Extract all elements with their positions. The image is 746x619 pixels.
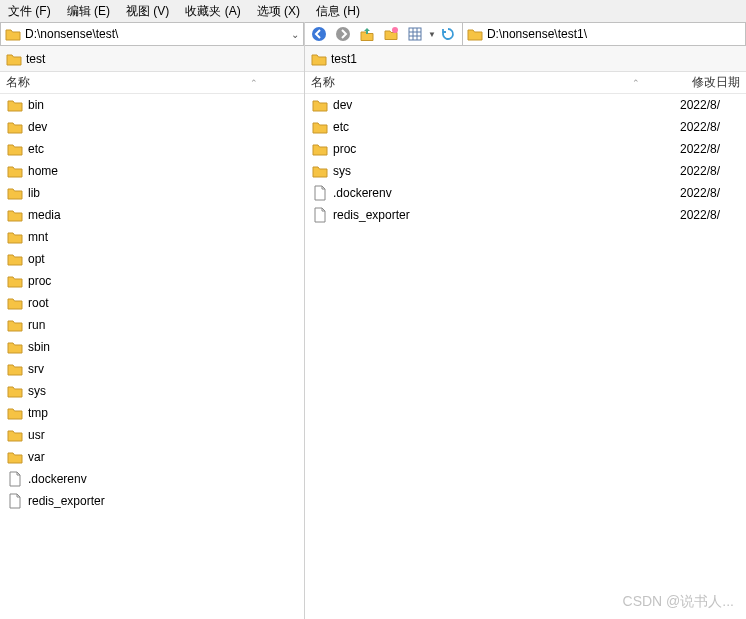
list-item[interactable]: lib xyxy=(0,182,304,204)
dropdown-icon[interactable]: ⌄ xyxy=(291,29,299,40)
list-item[interactable]: sys xyxy=(0,380,304,402)
right-pane: ▼ D:\nonsense\test1\ test1 名称⌃ 修改日期 dev2… xyxy=(305,22,746,619)
item-date: 2022/8/ xyxy=(680,208,740,222)
folder-icon xyxy=(6,384,24,398)
left-breadcrumb[interactable]: test xyxy=(0,46,304,72)
left-file-list[interactable]: bindevetchomelibmediamntoptprocrootrunsb… xyxy=(0,94,304,619)
folder-icon xyxy=(6,186,24,200)
list-item[interactable]: mnt xyxy=(0,226,304,248)
item-date: 2022/8/ xyxy=(680,98,740,112)
menu-options[interactable]: 选项 (X) xyxy=(257,3,300,20)
item-name: etc xyxy=(333,120,680,134)
svg-point-0 xyxy=(312,27,326,41)
list-item[interactable]: opt xyxy=(0,248,304,270)
folder-icon xyxy=(467,27,483,41)
menu-favorites[interactable]: 收藏夹 (A) xyxy=(185,3,240,20)
list-item[interactable]: var xyxy=(0,446,304,468)
right-path-input[interactable]: D:\nonsense\test1\ xyxy=(463,22,746,46)
item-name: usr xyxy=(28,428,298,442)
up-button[interactable] xyxy=(356,24,378,44)
menubar: 文件 (F) 编辑 (E) 视图 (V) 收藏夹 (A) 选项 (X) 信息 (… xyxy=(0,0,746,22)
item-name: root xyxy=(28,296,298,310)
file-icon xyxy=(6,493,24,509)
list-item[interactable]: bin xyxy=(0,94,304,116)
list-item[interactable]: sbin xyxy=(0,336,304,358)
item-name: sbin xyxy=(28,340,298,354)
refresh-button[interactable] xyxy=(437,24,459,44)
view-mode-dropdown-icon[interactable]: ▼ xyxy=(428,30,436,39)
view-mode-button[interactable] xyxy=(404,24,426,44)
item-name: dev xyxy=(333,98,680,112)
item-date: 2022/8/ xyxy=(680,164,740,178)
col-name-label: 名称 xyxy=(6,74,30,91)
menu-file[interactable]: 文件 (F) xyxy=(8,3,51,20)
menu-view[interactable]: 视图 (V) xyxy=(126,3,169,20)
folder-icon xyxy=(6,142,24,156)
folder-icon xyxy=(6,98,24,112)
svg-point-2 xyxy=(392,27,398,33)
menu-info[interactable]: 信息 (H) xyxy=(316,3,360,20)
sort-caret-icon: ⌃ xyxy=(632,78,640,88)
list-item[interactable]: tmp xyxy=(0,402,304,424)
forward-button[interactable] xyxy=(332,24,354,44)
item-name: media xyxy=(28,208,298,222)
folder-icon xyxy=(6,340,24,354)
sort-caret-icon: ⌃ xyxy=(250,78,258,88)
right-crumb-label: test1 xyxy=(331,52,357,66)
item-date: 2022/8/ xyxy=(680,142,740,156)
right-column-header[interactable]: 名称⌃ 修改日期 xyxy=(305,72,746,94)
list-item[interactable]: home xyxy=(0,160,304,182)
col-name-label: 名称 xyxy=(311,74,335,91)
list-item[interactable]: proc2022/8/ xyxy=(305,138,746,160)
item-name: sys xyxy=(333,164,680,178)
left-column-header[interactable]: 名称⌃ xyxy=(0,72,304,94)
list-item[interactable]: dev xyxy=(0,116,304,138)
item-name: mnt xyxy=(28,230,298,244)
item-name: dev xyxy=(28,120,298,134)
file-icon xyxy=(311,185,329,201)
folder-icon xyxy=(6,428,24,442)
col-date-label: 修改日期 xyxy=(692,74,740,91)
item-date: 2022/8/ xyxy=(680,120,740,134)
back-button[interactable] xyxy=(308,24,330,44)
right-file-list[interactable]: dev2022/8/etc2022/8/proc2022/8/sys2022/8… xyxy=(305,94,746,619)
new-folder-button[interactable] xyxy=(380,24,402,44)
item-name: lib xyxy=(28,186,298,200)
list-item[interactable]: .dockerenv2022/8/ xyxy=(305,182,746,204)
menu-edit[interactable]: 编辑 (E) xyxy=(67,3,110,20)
list-item[interactable]: redis_exporter2022/8/ xyxy=(305,204,746,226)
right-breadcrumb[interactable]: test1 xyxy=(305,46,746,72)
list-item[interactable]: etc2022/8/ xyxy=(305,116,746,138)
item-name: opt xyxy=(28,252,298,266)
list-item[interactable]: root xyxy=(0,292,304,314)
folder-icon xyxy=(6,52,22,66)
folder-icon xyxy=(6,230,24,244)
item-name: .dockerenv xyxy=(333,186,680,200)
right-path-text: D:\nonsense\test1\ xyxy=(487,27,587,41)
list-item[interactable]: usr xyxy=(0,424,304,446)
folder-icon xyxy=(6,252,24,266)
list-item[interactable]: proc xyxy=(0,270,304,292)
list-item[interactable]: srv xyxy=(0,358,304,380)
list-item[interactable]: etc xyxy=(0,138,304,160)
left-path-input[interactable]: D:\nonsense\test\ ⌄ xyxy=(1,23,303,45)
folder-icon xyxy=(6,120,24,134)
list-item[interactable]: redis_exporter xyxy=(0,490,304,512)
svg-rect-3 xyxy=(409,28,421,40)
file-icon xyxy=(6,471,24,487)
item-name: bin xyxy=(28,98,298,112)
item-name: proc xyxy=(333,142,680,156)
folder-icon xyxy=(5,27,21,41)
list-item[interactable]: media xyxy=(0,204,304,226)
folder-icon xyxy=(6,208,24,222)
item-name: run xyxy=(28,318,298,332)
list-item[interactable]: .dockerenv xyxy=(0,468,304,490)
list-item[interactable]: sys2022/8/ xyxy=(305,160,746,182)
list-item[interactable]: run xyxy=(0,314,304,336)
item-name: sys xyxy=(28,384,298,398)
list-item[interactable]: dev2022/8/ xyxy=(305,94,746,116)
folder-icon xyxy=(6,274,24,288)
folder-icon xyxy=(6,318,24,332)
folder-icon xyxy=(311,52,327,66)
folder-icon xyxy=(6,450,24,464)
